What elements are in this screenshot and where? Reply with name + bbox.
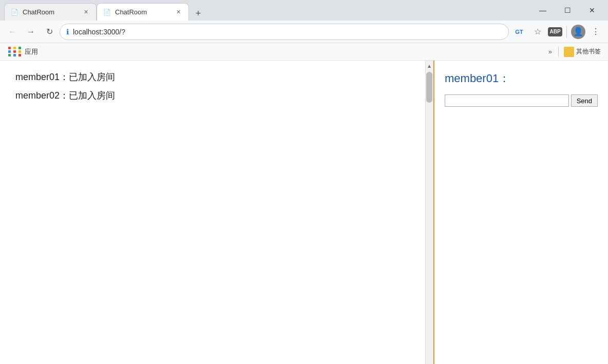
address-bar[interactable]: ℹ localhost:3000/? bbox=[60, 24, 509, 40]
message-input[interactable] bbox=[445, 94, 569, 107]
nav-bar: ← → ↻ ℹ localhost:3000/? GT ☆ ABP 👤 ⋮ bbox=[0, 21, 608, 43]
title-bar: 📄 ChatRoom ✕ 📄 ChatRoom ✕ + — ☐ ✕ bbox=[0, 0, 608, 21]
other-bookmarks-item[interactable]: 其他书签 bbox=[561, 45, 604, 59]
chat-message-2: member02：已加入房间 bbox=[15, 89, 410, 102]
scroll-up-button[interactable]: ▲ bbox=[425, 61, 433, 71]
back-button[interactable]: ← bbox=[4, 24, 21, 40]
bookmark-folder-icon bbox=[564, 47, 574, 57]
tab-close-button-1[interactable]: ✕ bbox=[82, 8, 90, 16]
right-panel-header: member01： bbox=[445, 71, 598, 86]
tabs-area: 📄 ChatRoom ✕ 📄 ChatRoom ✕ + bbox=[4, 0, 527, 21]
tab-page-icon-1: 📄 bbox=[11, 9, 18, 16]
chat-message-1: member01：已加入房间 bbox=[15, 71, 410, 83]
tab-chatroom-1[interactable]: 📄 ChatRoom ✕ bbox=[4, 3, 97, 21]
bookmarks-bar: 应用 » 其他书签 bbox=[0, 43, 608, 61]
browser-window: 📄 ChatRoom ✕ 📄 ChatRoom ✕ + — ☐ ✕ ← → ↻ … bbox=[0, 0, 608, 364]
close-button[interactable]: ✕ bbox=[580, 3, 604, 18]
info-icon: ℹ bbox=[66, 28, 69, 36]
scroll-track[interactable] bbox=[425, 71, 433, 364]
window-controls: — ☐ ✕ bbox=[531, 3, 604, 18]
translate-button[interactable]: GT bbox=[511, 24, 527, 40]
scroll-thumb[interactable] bbox=[426, 72, 432, 103]
more-options-button[interactable]: ⋮ bbox=[587, 24, 604, 40]
send-area: Send bbox=[445, 94, 598, 107]
adblock-button[interactable]: ABP bbox=[548, 27, 562, 36]
tab-title-2: ChatRoom bbox=[115, 8, 170, 16]
minimize-button[interactable]: — bbox=[531, 3, 555, 18]
apps-label: 应用 bbox=[25, 47, 38, 56]
tab-page-icon-2: 📄 bbox=[103, 9, 111, 16]
chat-right-panel: member01： Send bbox=[433, 61, 608, 364]
browser-content: member01：已加入房间 member02：已加入房间 ▲ member01… bbox=[0, 61, 608, 364]
nav-actions: GT ☆ ABP 👤 ⋮ bbox=[511, 24, 604, 40]
other-bookmarks-label: 其他书签 bbox=[576, 47, 601, 56]
apps-button[interactable]: 应用 bbox=[4, 45, 42, 59]
scrollbar[interactable]: ▲ bbox=[425, 61, 433, 364]
url-display: localhost:3000/? bbox=[73, 28, 502, 36]
refresh-button[interactable]: ↻ bbox=[41, 24, 58, 40]
tab-close-button-2[interactable]: ✕ bbox=[174, 8, 182, 16]
tab-title-1: ChatRoom bbox=[23, 8, 78, 16]
apps-grid-icon bbox=[8, 47, 23, 56]
bookmark-separator bbox=[558, 47, 559, 57]
profile-button[interactable]: 👤 bbox=[571, 25, 585, 39]
bookmarks-extend-button[interactable]: » bbox=[544, 46, 556, 58]
new-tab-button[interactable]: + bbox=[191, 6, 205, 21]
maximize-button[interactable]: ☐ bbox=[556, 3, 579, 18]
forward-button[interactable]: → bbox=[23, 24, 39, 40]
bookmark-star-button[interactable]: ☆ bbox=[529, 24, 546, 40]
send-button[interactable]: Send bbox=[571, 94, 598, 107]
chat-messages-panel: member01：已加入房间 member02：已加入房间 bbox=[0, 61, 425, 364]
profile-icon: 👤 bbox=[573, 27, 583, 36]
tab-chatroom-2[interactable]: 📄 ChatRoom ✕ bbox=[97, 3, 189, 21]
nav-separator bbox=[566, 26, 567, 38]
